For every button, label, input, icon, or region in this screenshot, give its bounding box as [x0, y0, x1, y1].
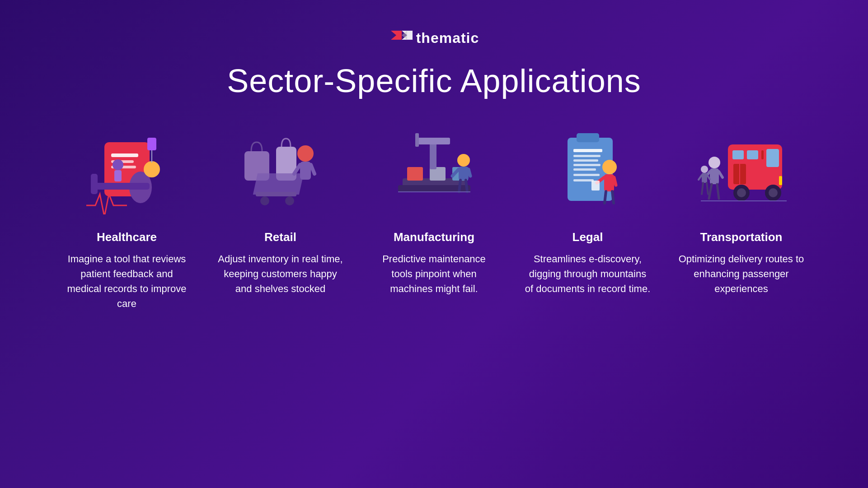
svg-line-53	[612, 191, 614, 203]
legal-title: Legal	[572, 230, 603, 244]
transportation-desc: Optimizing delivery routes to enhancing …	[678, 251, 805, 296]
manufacturing-illustration	[385, 126, 484, 217]
svg-point-13	[113, 159, 123, 170]
svg-line-79	[707, 183, 708, 194]
svg-rect-69	[710, 168, 719, 184]
retail-title: Retail	[264, 230, 296, 244]
svg-rect-30	[416, 138, 450, 144]
svg-rect-31	[415, 133, 419, 147]
legal-desc: Streamlines e-discovery, digging through…	[525, 251, 651, 296]
svg-rect-45	[573, 168, 596, 171]
sector-card-transportation: Transportation Optimizing delivery route…	[678, 126, 805, 296]
sector-card-legal: Legal Streamlines e-discovery, digging t…	[525, 126, 651, 296]
transportation-title: Transportation	[700, 230, 782, 244]
svg-line-73	[717, 184, 719, 199]
logo: thematic	[389, 27, 479, 49]
svg-point-65	[769, 188, 778, 197]
svg-rect-44	[573, 164, 601, 166]
sector-card-retail: Retail Adjust inventory in real time, ke…	[217, 126, 344, 296]
svg-point-18	[260, 196, 269, 205]
svg-point-63	[737, 188, 746, 197]
svg-rect-49	[604, 174, 614, 191]
healthcare-title: Healthcare	[97, 230, 157, 244]
svg-rect-11	[147, 138, 156, 150]
svg-rect-17	[256, 192, 296, 196]
svg-rect-33	[459, 167, 469, 180]
page-header: thematic Sector-Specific Applications	[227, 27, 641, 99]
svg-point-19	[285, 196, 294, 205]
sector-card-manufacturing: Manufacturing Predictive maintenance too…	[371, 126, 497, 296]
svg-rect-9	[95, 183, 150, 190]
svg-point-20	[297, 145, 314, 162]
svg-rect-54	[591, 181, 600, 191]
manufacturing-title: Manufacturing	[394, 230, 474, 244]
svg-line-36	[459, 180, 460, 192]
svg-line-37	[466, 180, 467, 192]
svg-rect-4	[111, 153, 138, 157]
svg-rect-59	[761, 150, 764, 159]
svg-rect-10	[91, 174, 98, 194]
svg-point-74	[701, 166, 708, 173]
svg-rect-46	[573, 174, 600, 176]
svg-rect-58	[747, 150, 758, 159]
svg-line-51	[614, 177, 616, 185]
svg-rect-66	[779, 176, 782, 185]
svg-rect-43	[573, 159, 598, 162]
healthcare-illustration	[77, 126, 177, 217]
svg-line-23	[311, 165, 314, 174]
svg-line-76	[699, 175, 702, 180]
svg-point-8	[144, 161, 160, 177]
manufacturing-desc: Predictive maintenance tools pinpoint wh…	[371, 251, 497, 296]
retail-desc: Adjust inventory in real time, keeping c…	[217, 251, 344, 296]
transportation-illustration	[692, 126, 791, 217]
sectors-container: Healthcare Imagine a tool that reviews p…	[28, 126, 841, 311]
svg-line-72	[709, 184, 712, 199]
svg-line-35	[469, 169, 470, 176]
svg-rect-47	[573, 179, 594, 181]
svg-rect-42	[573, 155, 601, 157]
legal-illustration	[538, 126, 638, 217]
svg-rect-56	[766, 149, 779, 167]
svg-line-77	[707, 175, 710, 179]
svg-rect-57	[732, 150, 744, 159]
svg-point-68	[708, 157, 720, 168]
svg-rect-40	[577, 133, 599, 142]
logo-icon	[389, 27, 411, 49]
svg-rect-75	[702, 173, 707, 183]
healthcare-desc: Imagine a tool that reviews patient feed…	[64, 251, 190, 311]
sector-card-healthcare: Healthcare Imagine a tool that reviews p…	[64, 126, 190, 311]
svg-rect-26	[407, 167, 423, 181]
svg-rect-14	[114, 170, 122, 181]
page-title: Sector-Specific Applications	[227, 62, 641, 99]
svg-point-48	[602, 160, 617, 174]
svg-line-71	[719, 172, 723, 177]
svg-line-78	[702, 183, 703, 194]
svg-point-32	[457, 154, 470, 167]
svg-marker-0	[391, 31, 402, 40]
retail-illustration	[231, 126, 330, 217]
svg-line-52	[605, 191, 606, 203]
logo-text: thematic	[416, 30, 479, 46]
svg-rect-41	[573, 149, 602, 152]
